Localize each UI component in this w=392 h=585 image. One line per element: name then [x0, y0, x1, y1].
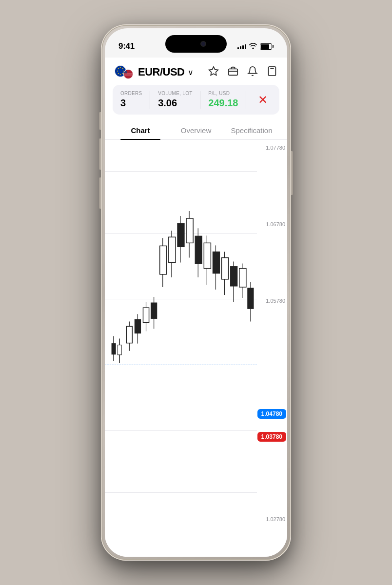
chevron-down-icon[interactable]: ∨ — [188, 68, 194, 77]
status-icons — [237, 42, 274, 50]
tab-chart[interactable]: Chart — [113, 121, 168, 139]
pair-left: ★ ★ ★ ★ ★ ★ ★ ★ — [115, 65, 194, 79]
orders-stat: ORDERS 3 — [120, 91, 142, 109]
volume-down-button — [99, 177, 101, 209]
volume-value: 3.06 — [158, 98, 193, 109]
price-label-6: 1.02780 — [257, 516, 285, 522]
price-label-2: 1.06780 — [257, 221, 285, 227]
svg-text:★: ★ — [119, 73, 121, 76]
svg-rect-33 — [118, 345, 121, 355]
svg-rect-47 — [177, 223, 184, 247]
battery-icon — [260, 43, 274, 50]
dynamic-island — [165, 35, 227, 53]
price-label-1: 1.07780 — [257, 145, 285, 151]
signal-bar-1 — [237, 47, 239, 49]
tabs: Chart Overview Specification — [105, 121, 287, 140]
orders-label: ORDERS — [120, 91, 142, 96]
pl-stat: P/L, USD 249.18 — [208, 91, 238, 109]
us-flag — [123, 69, 133, 79]
status-time: 9:41 — [118, 41, 135, 51]
wifi-icon — [249, 42, 257, 50]
flag-pair: ★ ★ ★ ★ ★ ★ ★ ★ — [115, 65, 133, 79]
svg-rect-53 — [204, 243, 211, 268]
svg-text:★: ★ — [119, 66, 121, 69]
volume-up-button — [99, 138, 101, 170]
tab-specification[interactable]: Specification — [224, 121, 279, 139]
camera-dot — [200, 41, 206, 47]
price-labels: 1.07780 1.06780 1.05780 1.02780 — [257, 140, 285, 527]
svg-text:★: ★ — [118, 72, 119, 75]
stats-bar: ORDERS 3 VOLUME, LOT 3.06 P/L, USD 249.1… — [113, 85, 279, 115]
svg-rect-61 — [239, 269, 246, 287]
orders-value: 3 — [120, 98, 142, 109]
svg-rect-49 — [186, 218, 193, 243]
grid-line-6 — [105, 492, 257, 493]
pl-value: 249.18 — [208, 98, 238, 109]
tab-overview[interactable]: Overview — [168, 121, 224, 139]
svg-rect-35 — [126, 326, 132, 343]
close-button[interactable]: ✕ — [254, 91, 272, 109]
svg-rect-63 — [248, 288, 254, 309]
phone-screen: 9:41 — [105, 28, 287, 557]
candlestick-chart — [105, 140, 257, 395]
stat-divider-2 — [200, 91, 200, 109]
price-label-3: 1.05780 — [257, 298, 285, 304]
signal-bar-3 — [242, 45, 244, 49]
svg-rect-59 — [231, 267, 237, 286]
grid-line-5 — [105, 430, 257, 431]
svg-rect-51 — [195, 236, 202, 263]
svg-rect-17 — [229, 69, 237, 75]
app-content: ★ ★ ★ ★ ★ ★ ★ ★ — [105, 58, 287, 557]
briefcase-icon[interactable] — [228, 66, 238, 79]
svg-rect-19 — [269, 66, 276, 75]
svg-rect-43 — [160, 246, 167, 274]
volume-label: VOLUME, LOT — [158, 91, 193, 96]
svg-text:★: ★ — [117, 70, 118, 72]
svg-text:★: ★ — [118, 67, 119, 70]
favorite-icon[interactable] — [208, 66, 219, 79]
svg-rect-13 — [124, 71, 127, 74]
chart-area: 1.04780 1.03780 1.07780 1.06780 1.05780 … — [105, 140, 287, 527]
svg-rect-15 — [124, 75, 133, 76]
pair-name: EUR/USD — [138, 66, 185, 78]
svg-rect-37 — [135, 319, 140, 333]
phone-frame: 9:41 — [101, 24, 291, 561]
svg-rect-55 — [213, 252, 219, 273]
svg-rect-14 — [124, 74, 133, 74]
stat-divider-1 — [150, 91, 150, 109]
svg-rect-31 — [112, 344, 116, 354]
volume-stat: VOLUME, LOT 3.06 — [158, 91, 193, 109]
dotted-price-line — [105, 365, 257, 365]
signal-icon — [237, 43, 246, 49]
svg-marker-16 — [209, 66, 218, 75]
signal-bar-4 — [245, 44, 246, 49]
calculator-icon[interactable] — [267, 66, 277, 79]
pl-label: P/L, USD — [208, 91, 238, 96]
svg-rect-45 — [169, 237, 176, 262]
signal-bar-2 — [240, 46, 241, 49]
power-button — [291, 151, 293, 195]
mute-button — [99, 112, 101, 130]
stat-divider-3 — [246, 91, 246, 109]
bell-icon[interactable] — [247, 66, 258, 79]
svg-rect-41 — [151, 303, 157, 318]
header: ★ ★ ★ ★ ★ ★ ★ ★ — [105, 58, 287, 85]
svg-rect-39 — [143, 308, 149, 322]
header-icons — [208, 66, 277, 79]
svg-rect-57 — [222, 258, 229, 279]
